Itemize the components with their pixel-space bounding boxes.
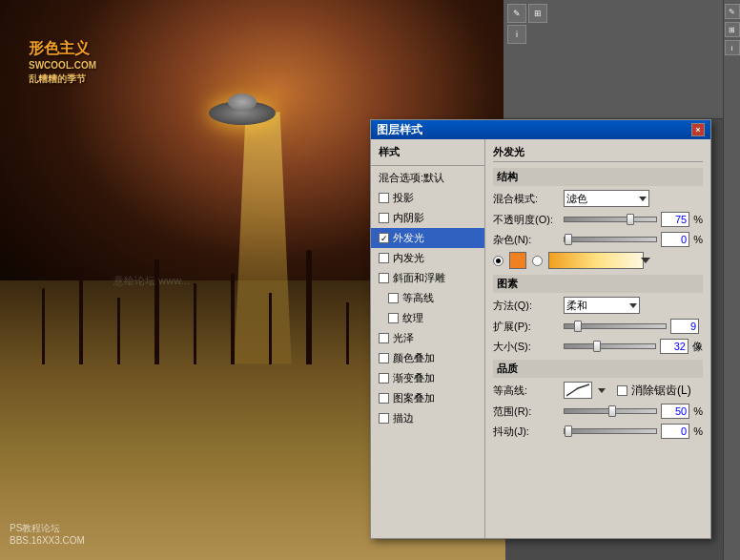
checkbox-texture[interactable] xyxy=(388,313,399,323)
opacity-thumb[interactable] xyxy=(627,214,634,225)
style-item-pattern-overlay[interactable]: 图案叠加 xyxy=(371,388,484,408)
opacity-input[interactable] xyxy=(661,212,689,227)
gradient-bar[interactable] xyxy=(548,252,644,269)
elements-header: 图素 xyxy=(493,275,703,293)
style-item-color-overlay[interactable]: 颜色叠加 xyxy=(371,348,484,368)
ps-icon-info[interactable]: i xyxy=(507,25,526,44)
contour-label: 等高线: xyxy=(493,384,560,398)
spread-thumb[interactable] xyxy=(574,321,582,332)
antialiased-row: 消除锯齿(L) xyxy=(617,383,691,399)
checkbox-drop-shadow[interactable] xyxy=(379,193,389,203)
method-dropdown[interactable]: 柔和 xyxy=(564,297,640,314)
toolbar-btn-info[interactable]: i xyxy=(725,40,740,55)
watermark-bottom: PS教程论坛 BBS.16XX3.COM xyxy=(10,522,85,546)
antialiased-checkbox[interactable] xyxy=(617,385,627,396)
ps-topbar: ✎ ⊞ i xyxy=(504,0,723,119)
ps-icon-2[interactable]: ⊞ xyxy=(528,4,547,23)
method-arrow-icon xyxy=(629,303,637,308)
outer-glow-section-header: 外发光 xyxy=(493,145,703,162)
spread-input[interactable] xyxy=(670,319,699,334)
color-radio[interactable] xyxy=(493,256,504,266)
noise-row: 杂色(N): % xyxy=(493,232,703,247)
range-unit: % xyxy=(693,405,703,417)
checkbox-gradient-overlay[interactable] xyxy=(379,373,389,384)
color-orange-swatch[interactable] xyxy=(509,252,526,269)
styles-divider-top xyxy=(371,165,484,166)
method-label: 方法(Q): xyxy=(493,299,560,313)
color-swatch-row xyxy=(493,252,703,269)
noise-unit: % xyxy=(693,234,703,245)
checkbox-color-overlay[interactable] xyxy=(379,353,389,363)
range-thumb[interactable] xyxy=(608,405,616,417)
opacity-slider[interactable] xyxy=(564,217,657,222)
style-item-gradient-overlay[interactable]: 渐变叠加 xyxy=(371,368,484,388)
range-input[interactable] xyxy=(661,404,689,419)
opacity-unit: % xyxy=(693,214,703,225)
quality-header: 品质 xyxy=(493,360,703,378)
toolbar-btn-1[interactable]: ✎ xyxy=(725,4,740,19)
jitter-slider[interactable] xyxy=(564,428,657,434)
checkbox-gloss[interactable] xyxy=(379,333,389,343)
ps-icon-1[interactable]: ✎ xyxy=(507,4,526,23)
styles-panel-header: 样式 xyxy=(371,143,484,163)
blend-mode-row: 混合模式: 滤色 xyxy=(493,190,703,207)
toolbar-btn-2[interactable]: ⊞ xyxy=(725,22,740,37)
size-slider[interactable] xyxy=(564,343,656,349)
dialog-title: 图层样式 xyxy=(377,122,422,138)
contour-arrow-icon xyxy=(598,388,606,393)
opacity-label: 不透明度(O): xyxy=(493,213,560,227)
size-thumb[interactable] xyxy=(593,341,601,352)
checkbox-bevel-emboss[interactable] xyxy=(379,273,389,283)
style-item-stroke[interactable]: 描边 xyxy=(371,408,484,428)
style-item-inner-shadow[interactable]: 内阴影 xyxy=(371,208,484,228)
style-item-blending[interactable]: 混合选项:默认 xyxy=(371,168,484,188)
jitter-label: 抖动(J): xyxy=(493,425,560,439)
spread-slider[interactable] xyxy=(564,323,667,329)
jitter-input[interactable] xyxy=(661,424,689,439)
checkbox-contour[interactable] xyxy=(388,293,399,303)
range-row: 范围(R): % xyxy=(493,404,703,419)
checkbox-pattern-overlay[interactable] xyxy=(379,393,389,404)
checkbox-outer-glow[interactable]: ✓ xyxy=(379,233,389,243)
layer-style-dialog: 图层样式 × 样式 混合选项:默认 投影 内阴影 ✓ 外 xyxy=(370,119,711,539)
style-item-bevel-emboss[interactable]: 斜面和浮雕 xyxy=(371,268,484,288)
blend-mode-label: 混合模式: xyxy=(493,192,560,206)
ps-toolbar: ✎ ⊞ i xyxy=(723,0,740,560)
checkbox-inner-shadow[interactable] xyxy=(379,213,389,223)
style-item-outer-glow[interactable]: ✓ 外发光 xyxy=(371,228,484,248)
jitter-row: 抖动(J): % xyxy=(493,424,703,439)
jitter-thumb[interactable] xyxy=(565,425,572,437)
watermark-brand: 形色主义 SWCOOL.COM 乱糟糟的季节 xyxy=(29,38,96,86)
spread-row: 扩展(P): xyxy=(493,319,703,334)
size-input[interactable] xyxy=(660,339,689,354)
style-item-drop-shadow[interactable]: 投影 xyxy=(371,188,484,208)
structure-header: 结构 xyxy=(493,168,703,186)
contour-preview[interactable] xyxy=(564,382,592,399)
jitter-unit: % xyxy=(693,425,703,437)
noise-input[interactable] xyxy=(661,232,689,247)
gradient-radio[interactable] xyxy=(532,256,543,266)
opacity-row: 不透明度(O): % xyxy=(493,212,703,227)
style-item-texture[interactable]: 纹理 xyxy=(371,308,484,328)
styles-panel: 样式 混合选项:默认 投影 内阴影 ✓ 外发光 xyxy=(371,139,485,538)
style-item-inner-glow[interactable]: 内发光 xyxy=(371,248,484,268)
checkbox-stroke[interactable] xyxy=(379,413,389,424)
style-item-gloss[interactable]: 光泽 xyxy=(371,328,484,348)
range-slider[interactable] xyxy=(564,408,657,414)
style-item-contour[interactable]: 等高线 xyxy=(371,288,484,308)
dialog-close-button[interactable]: × xyxy=(691,123,705,136)
antialiased-label: 消除锯齿(L) xyxy=(631,383,691,399)
settings-panel: 外发光 结构 混合模式: 滤色 不透明度(O): % xyxy=(485,139,710,538)
noise-label: 杂色(N): xyxy=(493,233,560,247)
range-label: 范围(R): xyxy=(493,404,560,419)
method-row: 方法(Q): 柔和 xyxy=(493,297,703,314)
blend-mode-dropdown[interactable]: 滤色 xyxy=(564,190,649,207)
watermark-forum: 意绘论坛 www... xyxy=(113,273,189,287)
size-row: 大小(S): 像 xyxy=(493,339,703,354)
spread-label: 扩展(P): xyxy=(493,320,560,334)
noise-slider[interactable] xyxy=(564,237,657,242)
checkbox-inner-glow[interactable] xyxy=(379,253,389,263)
noise-thumb[interactable] xyxy=(565,234,572,245)
dialog-titlebar: 图层样式 × xyxy=(371,120,710,139)
blend-mode-arrow-icon xyxy=(639,197,647,201)
